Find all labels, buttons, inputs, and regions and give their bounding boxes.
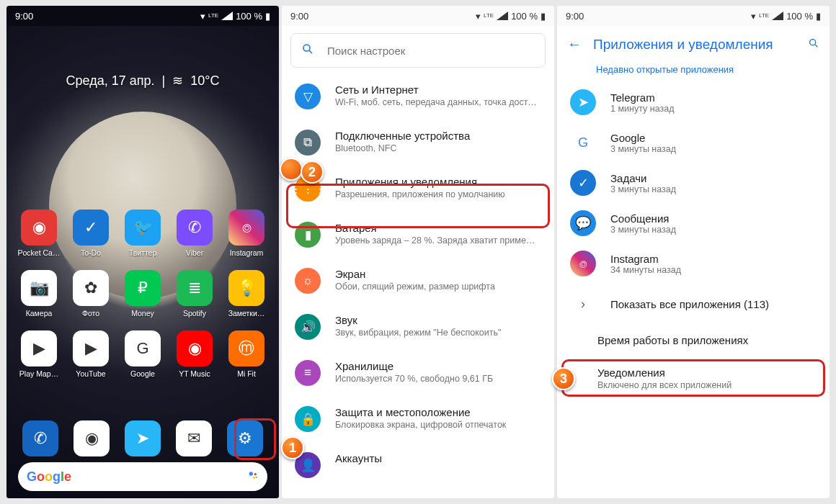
settings-row-экран[interactable]: ☼ЭкранОбои, спящий режим, размер шрифта <box>282 258 554 304</box>
battery-icon: ▮ <box>541 11 546 22</box>
app-icon: ➤ <box>570 89 596 115</box>
app-icon: ◉ <box>74 420 110 456</box>
recent-apps-list: ➤Telegram1 минуту назадGGoogle3 минуты н… <box>557 82 830 284</box>
settings-row-батарея[interactable]: ▮БатареяУровень заряда – 28 %. Заряда хв… <box>282 212 554 258</box>
search-icon[interactable] <box>808 37 819 52</box>
app-money[interactable]: ₽Money <box>119 270 166 318</box>
show-all-apps-row[interactable]: › Показать все приложения (113) <box>557 284 830 324</box>
app-label: Фото <box>82 309 99 318</box>
app-icon: ✉ <box>176 420 212 456</box>
app-icon: ✆ <box>177 210 213 246</box>
app-to-do[interactable]: ✓To-Do <box>67 210 115 257</box>
show-all-label: Показать все приложения (113) <box>610 298 769 310</box>
notifications-row[interactable]: Уведомления Включено для всех приложений <box>557 356 830 400</box>
recent-app-instagram[interactable]: ⌾Instagram34 минуты назад <box>557 243 830 284</box>
app-play-мар-[interactable]: ▶Play Мар… <box>15 330 63 378</box>
recent-app-telegram[interactable]: ➤Telegram1 минуту назад <box>557 82 830 122</box>
svg-line-7 <box>815 45 817 47</box>
recent-app-задачи[interactable]: ✓Задачи3 минуты назад <box>557 163 830 203</box>
app-name: Задачи <box>610 172 676 184</box>
app-time: 1 минуту назад <box>610 104 674 114</box>
row-subtitle: Используется 70 %, свободно 9,61 ГБ <box>335 374 541 384</box>
app-viber[interactable]: ✆Viber <box>171 210 218 257</box>
app-icon: ₽ <box>125 270 161 306</box>
app-label: Viber <box>186 248 203 257</box>
recent-app-google[interactable]: GGoogle3 минуты назад <box>557 122 830 163</box>
settings-search[interactable]: Поиск настроек <box>290 33 546 68</box>
app-камера[interactable]: 📷Камера <box>15 270 63 318</box>
row-subtitle: Bluetooth, NFC <box>335 143 541 153</box>
phone-3-apps-notifications: 9:00 ▾ LTE 100 % ▮ ← Приложения и уведом… <box>557 6 830 498</box>
home-screen[interactable]: Среда, 17 апр. | ≋ 10°C ◉Pocket Ca…✓To-D… <box>6 26 279 498</box>
settings-row-сеть-и-интернет[interactable]: ▽Сеть и ИнтернетWi-Fi, моб. сеть, переда… <box>282 73 554 120</box>
settings-row-подключенные-устройства[interactable]: ⧉Подключенные устройстваBluetooth, NFC <box>282 120 554 166</box>
clock: 9:00 <box>290 11 308 22</box>
app-icon: G <box>570 130 596 156</box>
search-placeholder: Поиск настроек <box>327 45 405 57</box>
row-subtitle: Звук, вибрация, режим "Не беспокоить" <box>335 328 541 338</box>
app-time: 34 минуты назад <box>610 265 681 275</box>
app-заметки-[interactable]: 💡Заметки… <box>223 270 270 318</box>
row-icon: ☼ <box>295 268 321 294</box>
app-icon: ▶ <box>73 330 109 366</box>
app-name: Сообщения <box>610 212 676 225</box>
app-icon: ✆ <box>22 420 58 456</box>
date-weather-widget[interactable]: Среда, 17 апр. | ≋ 10°C <box>66 73 220 89</box>
settings-row-защита-и-местоположение[interactable]: 🔒Защита и местоположениеБлокировка экран… <box>282 396 554 442</box>
app-icon: ✓ <box>570 170 596 196</box>
app-spotify[interactable]: ≣Spotify <box>171 270 218 318</box>
google-search-bar[interactable]: Google <box>18 462 267 491</box>
wifi-icon: ▾ <box>200 11 205 22</box>
weather-temp: 10°C <box>190 73 219 89</box>
signal-icon <box>497 12 508 20</box>
app-label: Instagram <box>230 248 264 257</box>
app-icon: ⌾ <box>228 210 264 246</box>
app-icon: ⓜ <box>228 330 264 366</box>
clock: 9:00 <box>566 11 584 22</box>
svg-point-4 <box>303 45 310 51</box>
battery-icon: ▮ <box>265 11 270 22</box>
notifications-label: Уведомления <box>597 366 817 379</box>
battery-text: 100 % <box>236 11 262 22</box>
recent-app-сообщения[interactable]: 💬Сообщения3 минуты назад <box>557 203 830 243</box>
signal-icon <box>221 12 233 20</box>
dock-gmail[interactable]: ✉ <box>168 420 219 456</box>
dock-chrome[interactable]: ◉ <box>66 420 117 456</box>
app-твиттер[interactable]: 🐦Твиттер <box>119 210 166 257</box>
assistant-icon[interactable] <box>247 469 259 484</box>
app-instagram[interactable]: ⌾Instagram <box>223 210 270 257</box>
app-label: Камера <box>26 309 53 318</box>
app-label: Money <box>131 309 154 318</box>
row-subtitle: Блокировка экрана, цифровой отпечаток <box>335 420 541 430</box>
weather-icon: ≋ <box>172 73 183 89</box>
network-label: LTE <box>759 13 769 19</box>
svg-point-1 <box>254 473 257 475</box>
svg-point-3 <box>256 477 257 478</box>
app-google[interactable]: GGoogle <box>119 330 166 378</box>
app-label: YouTube <box>76 369 105 378</box>
app-youtube[interactable]: ▶YouTube <box>67 330 115 378</box>
app-icon: ⌾ <box>570 251 596 276</box>
app-icon: 📷 <box>21 270 57 306</box>
google-logo: Google <box>27 469 71 485</box>
row-subtitle: Wi-Fi, моб. сеть, передача данных, точка… <box>335 97 541 107</box>
app-icon: ◉ <box>177 330 213 366</box>
screen-time-row[interactable]: Время работы в приложениях <box>557 324 830 356</box>
app-pocket-ca-[interactable]: ◉Pocket Ca… <box>15 210 63 257</box>
settings-row-аккаунты[interactable]: 👤Аккаунты <box>282 442 554 488</box>
settings-row-звук[interactable]: 🔊ЗвукЗвук, вибрация, режим "Не беспокоит… <box>282 304 554 350</box>
dock-telegram[interactable]: ➤ <box>117 420 169 456</box>
dock-phone[interactable]: ✆ <box>15 420 66 456</box>
app-icon: ◉ <box>21 210 57 246</box>
back-icon[interactable]: ← <box>567 36 582 53</box>
chevron-right-icon: › <box>570 291 596 317</box>
app-mi-fit[interactable]: ⓜMi Fit <box>223 330 270 378</box>
dock-settings[interactable]: ⚙ <box>219 420 270 456</box>
app-icon: 💡 <box>228 270 264 306</box>
app-фото[interactable]: ✿Фото <box>67 270 115 318</box>
app-name: Telegram <box>610 91 674 104</box>
app-yt-music[interactable]: ◉YT Music <box>171 330 218 378</box>
search-icon <box>301 42 314 59</box>
settings-row-хранилище[interactable]: ≡ХранилищеИспользуется 70 %, свободно 9,… <box>282 350 554 396</box>
app-grid: ◉Pocket Ca…✓To-Do🐦Твиттер✆Viber⌾Instagra… <box>6 210 279 378</box>
